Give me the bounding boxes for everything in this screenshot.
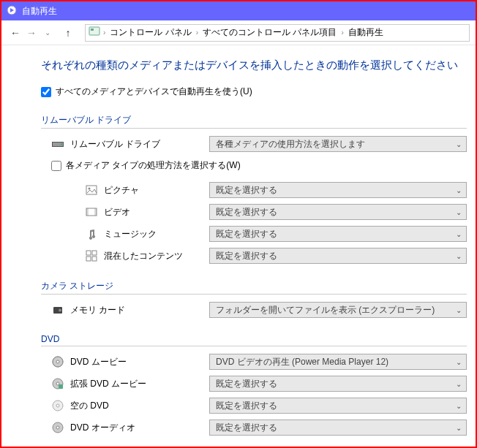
caret-down-icon: ⌄ bbox=[456, 306, 462, 314]
music-icon bbox=[85, 227, 98, 240]
svg-rect-15 bbox=[92, 257, 97, 261]
titlebar: 自動再生 bbox=[1, 1, 476, 20]
svg-rect-6 bbox=[61, 143, 62, 145]
checkbox-per-media-type[interactable] bbox=[51, 161, 61, 171]
video-icon bbox=[85, 205, 98, 219]
select-pictures[interactable]: 既定を選択する⌄ bbox=[209, 182, 467, 198]
window-title: 自動再生 bbox=[22, 5, 57, 18]
chevron-icon: › bbox=[196, 29, 198, 37]
svg-rect-13 bbox=[92, 251, 97, 255]
row-enhanced-dvd: 拡張 DVD ムービー 既定を選択する⌄ bbox=[41, 376, 467, 392]
row-blank-dvd: 空の DVD 既定を選択する⌄ bbox=[41, 398, 467, 414]
nav-up[interactable]: ↑ bbox=[60, 25, 76, 41]
control-panel-icon bbox=[89, 26, 100, 39]
address-bar[interactable]: › コントロール パネル › すべてのコントロール パネル項目 › 自動再生 bbox=[85, 24, 470, 42]
navbar: ← → ⌄ ↑ › コントロール パネル › すべてのコントロール パネル項目 … bbox=[1, 20, 476, 45]
select-value: DVD ビデオの再生 (Power Media Player 12) bbox=[216, 356, 388, 368]
blank-dvd-icon bbox=[51, 399, 64, 412]
svg-rect-2 bbox=[89, 27, 99, 35]
select-dvd-audio[interactable]: 既定を選択する⌄ bbox=[209, 419, 467, 436]
svg-rect-11 bbox=[94, 208, 97, 216]
svg-point-27 bbox=[56, 426, 59, 429]
page-heading: それぞれの種類のメディアまたはデバイスを挿入したときの動作を選択してください bbox=[41, 58, 467, 72]
mixed-content-icon bbox=[85, 249, 98, 262]
select-videos[interactable]: 既定を選択する⌄ bbox=[209, 204, 467, 220]
checkbox-per-media-type-label: 各メディア タイプの処理方法を選択する(W) bbox=[66, 159, 241, 172]
svg-rect-10 bbox=[86, 208, 89, 216]
row-music: ミュージック 既定を選択する⌄ bbox=[85, 226, 467, 242]
svg-rect-14 bbox=[86, 257, 91, 261]
select-value: 各種メディアの使用方法を選択します bbox=[216, 138, 365, 151]
select-value: 既定を選択する bbox=[216, 378, 277, 390]
row-videos: ビデオ 既定を選択する⌄ bbox=[85, 204, 467, 220]
svg-point-20 bbox=[56, 360, 59, 363]
crumb-cp[interactable]: コントロール パネル bbox=[108, 26, 192, 39]
svg-rect-12 bbox=[86, 251, 91, 255]
svg-point-25 bbox=[56, 404, 59, 407]
select-blank-dvd[interactable]: 既定を選択する⌄ bbox=[209, 398, 467, 414]
caret-down-icon: ⌄ bbox=[456, 140, 462, 148]
crumb-all[interactable]: すべてのコントロール パネル項目 bbox=[201, 26, 338, 39]
svg-rect-3 bbox=[91, 29, 94, 31]
mixed-label: 混在したコンテンツ bbox=[104, 250, 209, 262]
select-value: 既定を選択する bbox=[216, 184, 277, 197]
blank-dvd-label: 空の DVD bbox=[70, 400, 209, 412]
dvd-audio-label: DVD オーディオ bbox=[70, 422, 209, 434]
caret-down-icon: ⌄ bbox=[456, 380, 462, 388]
nav-back[interactable]: ← bbox=[7, 25, 23, 41]
section-title-dvd: DVD bbox=[41, 334, 467, 346]
music-label: ミュージック bbox=[104, 228, 209, 240]
select-removable-drive[interactable]: 各種メディアの使用方法を選択します ⌄ bbox=[209, 136, 467, 152]
removable-drive-label: リムーバブル ドライブ bbox=[70, 138, 209, 151]
select-value: 既定を選択する bbox=[216, 228, 277, 240]
section-camera: カメラ ストレージ メモリ カード フォルダーを開いてファイルを表示 (エクスプ… bbox=[41, 280, 467, 318]
checkbox-use-autoplay-all[interactable] bbox=[41, 87, 51, 97]
videos-label: ビデオ bbox=[104, 206, 209, 219]
section-title-removable: リムーバブル ドライブ bbox=[41, 114, 467, 129]
select-value: 既定を選択する bbox=[216, 422, 277, 434]
select-dvd-movie[interactable]: DVD ビデオの再生 (Power Media Player 12)⌄ bbox=[209, 354, 467, 370]
select-memory-card[interactable]: フォルダーを開いてファイルを表示 (エクスプローラー)⌄ bbox=[209, 302, 467, 318]
select-music[interactable]: 既定を選択する⌄ bbox=[209, 226, 467, 242]
select-mixed[interactable]: 既定を選択する⌄ bbox=[209, 248, 467, 264]
select-value: 既定を選択する bbox=[216, 206, 277, 219]
svg-point-17 bbox=[59, 309, 61, 312]
chevron-icon: › bbox=[103, 29, 105, 37]
caret-down-icon: ⌄ bbox=[456, 402, 462, 410]
svg-point-8 bbox=[89, 188, 91, 190]
pictures-icon bbox=[85, 183, 98, 197]
row-pictures: ピクチャ 既定を選択する⌄ bbox=[85, 182, 467, 198]
checkbox-use-autoplay-all-label: すべてのメディアとデバイスで自動再生を使う(U) bbox=[56, 86, 252, 98]
caret-down-icon: ⌄ bbox=[456, 358, 462, 366]
chevron-icon: › bbox=[341, 29, 343, 37]
row-dvd-audio: DVD オーディオ 既定を選択する⌄ bbox=[41, 419, 467, 436]
select-value: 既定を選択する bbox=[216, 400, 277, 412]
dvd-movie-icon bbox=[51, 355, 64, 368]
memory-card-icon bbox=[51, 303, 64, 316]
svg-rect-23 bbox=[59, 384, 63, 389]
autoplay-icon bbox=[6, 4, 22, 18]
enhanced-dvd-icon bbox=[51, 377, 64, 390]
nav-recent[interactable]: ⌄ bbox=[40, 25, 56, 41]
caret-down-icon: ⌄ bbox=[456, 230, 462, 238]
select-enhanced-dvd[interactable]: 既定を選択する⌄ bbox=[209, 376, 467, 392]
memory-card-label: メモリ カード bbox=[70, 304, 209, 316]
row-mixed: 混在したコンテンツ 既定を選択する⌄ bbox=[85, 248, 467, 264]
caret-down-icon: ⌄ bbox=[456, 186, 462, 194]
select-value: 既定を選択する bbox=[216, 250, 277, 262]
caret-down-icon: ⌄ bbox=[456, 208, 462, 216]
section-title-camera: カメラ ストレージ bbox=[41, 280, 467, 295]
select-value: フォルダーを開いてファイルを表示 (エクスプローラー) bbox=[216, 304, 435, 316]
content: それぞれの種類のメディアまたはデバイスを挿入したときの動作を選択してください す… bbox=[1, 45, 476, 448]
row-dvd-movie: DVD ムービー DVD ビデオの再生 (Power Media Player … bbox=[41, 354, 467, 370]
nav-forward: → bbox=[23, 25, 40, 41]
section-removable: リムーバブル ドライブ リムーバブル ドライブ 各種メディアの使用方法を選択しま… bbox=[41, 114, 467, 264]
caret-down-icon: ⌄ bbox=[456, 252, 462, 260]
caret-down-icon: ⌄ bbox=[456, 424, 462, 432]
enhanced-dvd-label: 拡張 DVD ムービー bbox=[70, 378, 209, 390]
crumb-autoplay[interactable]: 自動再生 bbox=[347, 26, 385, 39]
removable-drive-icon bbox=[51, 137, 64, 151]
section-dvd: DVD DVD ムービー DVD ビデオの再生 (Power Media Pla… bbox=[41, 334, 467, 436]
dvd-audio-icon bbox=[51, 421, 64, 434]
dvd-movie-label: DVD ムービー bbox=[70, 356, 209, 368]
